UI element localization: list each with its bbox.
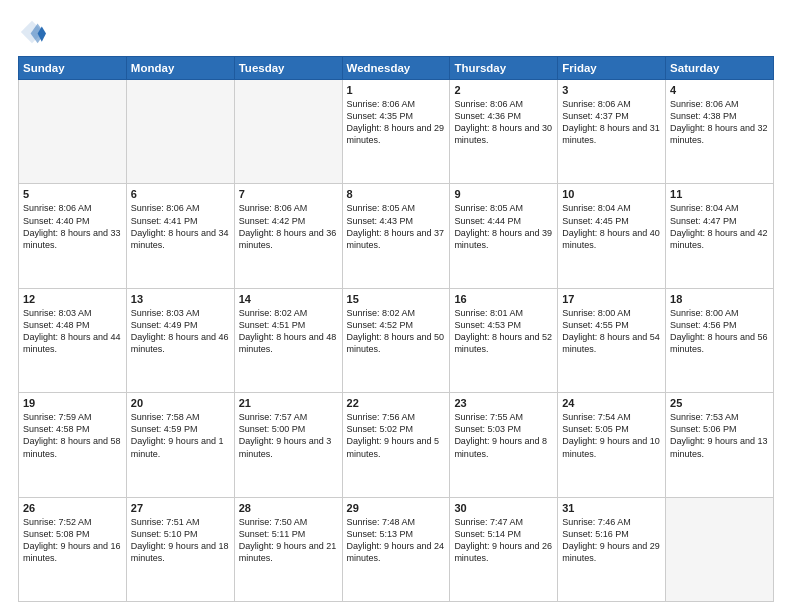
calendar-cell: 8Sunrise: 8:05 AM Sunset: 4:43 PM Daylig… — [342, 184, 450, 288]
day-number: 28 — [239, 502, 338, 514]
calendar-week-3: 12Sunrise: 8:03 AM Sunset: 4:48 PM Dayli… — [19, 288, 774, 392]
day-number: 1 — [347, 84, 446, 96]
day-number: 3 — [562, 84, 661, 96]
day-info: Sunrise: 8:03 AM Sunset: 4:49 PM Dayligh… — [131, 307, 230, 356]
logo — [18, 18, 50, 46]
day-number: 2 — [454, 84, 553, 96]
day-number: 20 — [131, 397, 230, 409]
day-info: Sunrise: 8:05 AM Sunset: 4:43 PM Dayligh… — [347, 202, 446, 251]
calendar-cell: 3Sunrise: 8:06 AM Sunset: 4:37 PM Daylig… — [558, 80, 666, 184]
calendar-cell: 2Sunrise: 8:06 AM Sunset: 4:36 PM Daylig… — [450, 80, 558, 184]
weekday-header-saturday: Saturday — [666, 57, 774, 80]
day-number: 30 — [454, 502, 553, 514]
calendar-cell: 24Sunrise: 7:54 AM Sunset: 5:05 PM Dayli… — [558, 393, 666, 497]
calendar-cell: 5Sunrise: 8:06 AM Sunset: 4:40 PM Daylig… — [19, 184, 127, 288]
day-number: 19 — [23, 397, 122, 409]
weekday-header-row: SundayMondayTuesdayWednesdayThursdayFrid… — [19, 57, 774, 80]
calendar-cell: 18Sunrise: 8:00 AM Sunset: 4:56 PM Dayli… — [666, 288, 774, 392]
calendar-week-1: 1Sunrise: 8:06 AM Sunset: 4:35 PM Daylig… — [19, 80, 774, 184]
day-info: Sunrise: 8:06 AM Sunset: 4:37 PM Dayligh… — [562, 98, 661, 147]
calendar-cell: 9Sunrise: 8:05 AM Sunset: 4:44 PM Daylig… — [450, 184, 558, 288]
day-info: Sunrise: 7:47 AM Sunset: 5:14 PM Dayligh… — [454, 516, 553, 565]
day-info: Sunrise: 7:54 AM Sunset: 5:05 PM Dayligh… — [562, 411, 661, 460]
day-info: Sunrise: 7:56 AM Sunset: 5:02 PM Dayligh… — [347, 411, 446, 460]
calendar-cell — [666, 497, 774, 601]
day-number: 10 — [562, 188, 661, 200]
calendar-cell: 13Sunrise: 8:03 AM Sunset: 4:49 PM Dayli… — [126, 288, 234, 392]
day-info: Sunrise: 7:51 AM Sunset: 5:10 PM Dayligh… — [131, 516, 230, 565]
day-info: Sunrise: 7:52 AM Sunset: 5:08 PM Dayligh… — [23, 516, 122, 565]
calendar-week-5: 26Sunrise: 7:52 AM Sunset: 5:08 PM Dayli… — [19, 497, 774, 601]
calendar-cell: 6Sunrise: 8:06 AM Sunset: 4:41 PM Daylig… — [126, 184, 234, 288]
day-number: 14 — [239, 293, 338, 305]
day-info: Sunrise: 8:04 AM Sunset: 4:47 PM Dayligh… — [670, 202, 769, 251]
calendar-cell: 21Sunrise: 7:57 AM Sunset: 5:00 PM Dayli… — [234, 393, 342, 497]
calendar-cell: 17Sunrise: 8:00 AM Sunset: 4:55 PM Dayli… — [558, 288, 666, 392]
day-number: 6 — [131, 188, 230, 200]
calendar-cell: 26Sunrise: 7:52 AM Sunset: 5:08 PM Dayli… — [19, 497, 127, 601]
logo-icon — [18, 18, 46, 46]
weekday-header-thursday: Thursday — [450, 57, 558, 80]
day-info: Sunrise: 7:57 AM Sunset: 5:00 PM Dayligh… — [239, 411, 338, 460]
calendar-cell: 23Sunrise: 7:55 AM Sunset: 5:03 PM Dayli… — [450, 393, 558, 497]
day-info: Sunrise: 8:06 AM Sunset: 4:38 PM Dayligh… — [670, 98, 769, 147]
calendar-week-4: 19Sunrise: 7:59 AM Sunset: 4:58 PM Dayli… — [19, 393, 774, 497]
day-info: Sunrise: 7:50 AM Sunset: 5:11 PM Dayligh… — [239, 516, 338, 565]
day-number: 9 — [454, 188, 553, 200]
day-info: Sunrise: 8:06 AM Sunset: 4:35 PM Dayligh… — [347, 98, 446, 147]
calendar-cell: 25Sunrise: 7:53 AM Sunset: 5:06 PM Dayli… — [666, 393, 774, 497]
calendar-cell: 30Sunrise: 7:47 AM Sunset: 5:14 PM Dayli… — [450, 497, 558, 601]
calendar-cell: 16Sunrise: 8:01 AM Sunset: 4:53 PM Dayli… — [450, 288, 558, 392]
calendar-cell: 20Sunrise: 7:58 AM Sunset: 4:59 PM Dayli… — [126, 393, 234, 497]
day-number: 5 — [23, 188, 122, 200]
calendar-table: SundayMondayTuesdayWednesdayThursdayFrid… — [18, 56, 774, 602]
day-number: 13 — [131, 293, 230, 305]
calendar-cell: 31Sunrise: 7:46 AM Sunset: 5:16 PM Dayli… — [558, 497, 666, 601]
day-number: 26 — [23, 502, 122, 514]
calendar-cell — [126, 80, 234, 184]
day-number: 4 — [670, 84, 769, 96]
weekday-header-friday: Friday — [558, 57, 666, 80]
page: SundayMondayTuesdayWednesdayThursdayFrid… — [0, 0, 792, 612]
day-number: 11 — [670, 188, 769, 200]
day-number: 16 — [454, 293, 553, 305]
day-info: Sunrise: 7:48 AM Sunset: 5:13 PM Dayligh… — [347, 516, 446, 565]
day-number: 24 — [562, 397, 661, 409]
day-info: Sunrise: 8:06 AM Sunset: 4:40 PM Dayligh… — [23, 202, 122, 251]
calendar-cell: 22Sunrise: 7:56 AM Sunset: 5:02 PM Dayli… — [342, 393, 450, 497]
calendar-cell: 4Sunrise: 8:06 AM Sunset: 4:38 PM Daylig… — [666, 80, 774, 184]
calendar-cell: 19Sunrise: 7:59 AM Sunset: 4:58 PM Dayli… — [19, 393, 127, 497]
calendar-cell: 27Sunrise: 7:51 AM Sunset: 5:10 PM Dayli… — [126, 497, 234, 601]
weekday-header-monday: Monday — [126, 57, 234, 80]
day-info: Sunrise: 7:59 AM Sunset: 4:58 PM Dayligh… — [23, 411, 122, 460]
weekday-header-sunday: Sunday — [19, 57, 127, 80]
calendar-cell: 14Sunrise: 8:02 AM Sunset: 4:51 PM Dayli… — [234, 288, 342, 392]
day-info: Sunrise: 8:03 AM Sunset: 4:48 PM Dayligh… — [23, 307, 122, 356]
calendar-cell: 7Sunrise: 8:06 AM Sunset: 4:42 PM Daylig… — [234, 184, 342, 288]
calendar-cell — [19, 80, 127, 184]
weekday-header-wednesday: Wednesday — [342, 57, 450, 80]
calendar-week-2: 5Sunrise: 8:06 AM Sunset: 4:40 PM Daylig… — [19, 184, 774, 288]
day-info: Sunrise: 8:05 AM Sunset: 4:44 PM Dayligh… — [454, 202, 553, 251]
calendar-cell: 12Sunrise: 8:03 AM Sunset: 4:48 PM Dayli… — [19, 288, 127, 392]
day-info: Sunrise: 8:02 AM Sunset: 4:52 PM Dayligh… — [347, 307, 446, 356]
day-number: 25 — [670, 397, 769, 409]
day-number: 12 — [23, 293, 122, 305]
day-info: Sunrise: 8:06 AM Sunset: 4:41 PM Dayligh… — [131, 202, 230, 251]
calendar-cell: 15Sunrise: 8:02 AM Sunset: 4:52 PM Dayli… — [342, 288, 450, 392]
calendar-cell: 29Sunrise: 7:48 AM Sunset: 5:13 PM Dayli… — [342, 497, 450, 601]
calendar-cell — [234, 80, 342, 184]
weekday-header-tuesday: Tuesday — [234, 57, 342, 80]
day-info: Sunrise: 8:06 AM Sunset: 4:42 PM Dayligh… — [239, 202, 338, 251]
day-number: 8 — [347, 188, 446, 200]
day-info: Sunrise: 7:58 AM Sunset: 4:59 PM Dayligh… — [131, 411, 230, 460]
day-info: Sunrise: 7:55 AM Sunset: 5:03 PM Dayligh… — [454, 411, 553, 460]
day-info: Sunrise: 7:46 AM Sunset: 5:16 PM Dayligh… — [562, 516, 661, 565]
calendar-cell: 1Sunrise: 8:06 AM Sunset: 4:35 PM Daylig… — [342, 80, 450, 184]
day-number: 15 — [347, 293, 446, 305]
day-info: Sunrise: 8:00 AM Sunset: 4:56 PM Dayligh… — [670, 307, 769, 356]
header — [18, 18, 774, 46]
day-number: 21 — [239, 397, 338, 409]
day-info: Sunrise: 8:02 AM Sunset: 4:51 PM Dayligh… — [239, 307, 338, 356]
day-number: 29 — [347, 502, 446, 514]
